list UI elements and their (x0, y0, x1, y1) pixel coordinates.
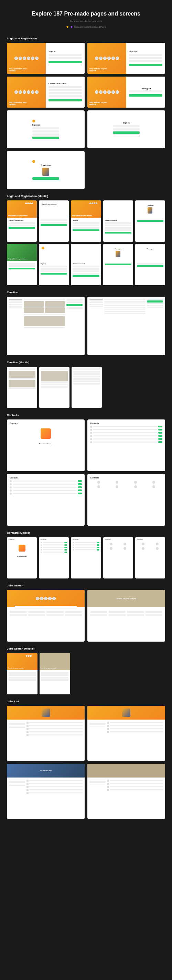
screen-create-split[interactable]: Stay updated on your network Create an a… (7, 76, 85, 108)
section-login-mobile: Login and Registration (Mobile) (7, 194, 165, 198)
section-contacts: Contacts (7, 414, 165, 417)
m-create-2[interactable]: Create an account (71, 244, 101, 285)
joblist-4[interactable] (87, 764, 165, 819)
contacts-empty[interactable]: ContactsNo contacts found :( (7, 420, 85, 471)
sketch-icon (66, 25, 69, 28)
m-timeline-2[interactable] (39, 367, 69, 408)
timeline-1[interactable] (7, 297, 85, 355)
jobs-1[interactable]: Search for your new job (7, 590, 85, 642)
screen-signin-center[interactable]: Sign up (7, 110, 85, 148)
m-signin-2[interactable]: Sign into your account (39, 200, 69, 242)
screen-thank-split[interactable]: Stay updated on your network Thank you (87, 76, 165, 108)
section-timeline: Timeline (7, 291, 165, 294)
m-thank-1[interactable]: Thank you (135, 200, 165, 242)
m-contacts-empty[interactable]: ContactsNo contacts found :( (7, 537, 37, 579)
m-jobs-1[interactable]: Search for your new job (7, 653, 38, 694)
contacts-list-1[interactable]: Contacts (87, 420, 165, 471)
hero-section: Explore 187 Pre-made pages and screens f… (7, 10, 165, 28)
m-jobs-2[interactable]: Search for your new job (39, 653, 70, 694)
timeline-2[interactable] (87, 297, 165, 355)
m-signup-2[interactable]: Sign up (39, 244, 69, 285)
compat-row: Compatible with Sketch and Figma (7, 25, 165, 28)
svg-marker-0 (66, 26, 68, 28)
joblist-1[interactable] (7, 706, 85, 761)
joblist-3[interactable]: 916 available jobs (7, 764, 85, 819)
m-create-1[interactable]: Create an account (103, 200, 133, 242)
section-jobs-list: Jobs List (7, 700, 165, 703)
screen-thank-center[interactable]: Thank you (7, 151, 85, 189)
section-jobs: Jobs Search (7, 584, 165, 587)
section-contacts-mobile: Contacts (Mobile) (7, 531, 165, 535)
figma-icon (70, 25, 73, 28)
compat-text: Compatible with Sketch and Figma (74, 26, 106, 28)
m-thank-3[interactable]: Thank you (135, 244, 165, 285)
screen-signin-center-2[interactable]: Sign In (87, 110, 165, 148)
screen-signin-split[interactable]: Stay updated on your network Sign In (7, 43, 85, 74)
svg-point-1 (71, 26, 72, 28)
contacts-list-2[interactable]: Contacts (7, 474, 85, 526)
screen-signup-split[interactable]: Stay updated on your network Sign up (87, 43, 165, 74)
m-contacts-grid-2[interactable]: Contacts (135, 537, 165, 579)
section-login: Login and Registration (7, 37, 165, 40)
m-timeline-3[interactable] (71, 367, 102, 408)
m-signup-1[interactable]: Stay updated on your networkSign up (71, 200, 101, 242)
m-contacts-grid-1[interactable]: Contacts (103, 537, 133, 579)
m-contacts-list-2[interactable]: Contacts (71, 537, 101, 579)
m-signin-1[interactable]: Stay updated on your networkSign into yo… (7, 200, 37, 242)
joblist-2[interactable] (87, 706, 165, 761)
contacts-grid[interactable]: Contacts (87, 474, 165, 526)
section-jobs-mobile: Jobs Search (Mobile) (7, 647, 165, 650)
section-timeline-mobile: Timeline (Mobile) (7, 361, 165, 364)
m-signin-3[interactable]: Stay updated on your network (7, 244, 37, 285)
jobs-2[interactable]: Search for your new job (87, 590, 165, 642)
page-title: Explore 187 Pre-made pages and screens (7, 10, 165, 18)
m-timeline-1[interactable] (7, 367, 37, 408)
m-thank-2[interactable]: Thank you (103, 244, 133, 285)
page-subtitle: for various startups needs (7, 20, 165, 23)
m-contacts-list-1[interactable]: Contacts (39, 537, 69, 579)
